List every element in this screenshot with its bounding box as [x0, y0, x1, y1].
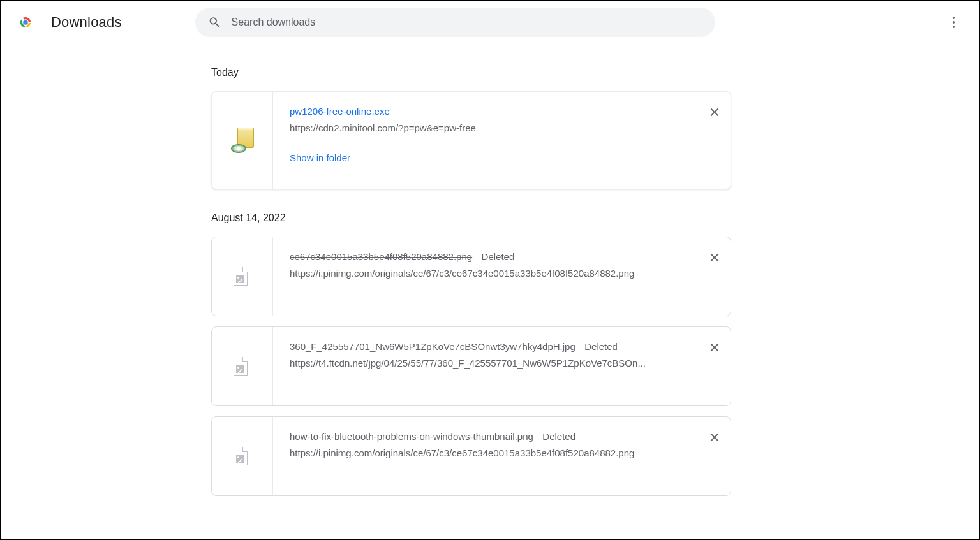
file-icon-cell [212, 237, 273, 316]
file-url: https://i.pinimg.com/originals/ce/67/c3/… [290, 448, 666, 458]
file-icon-cell [212, 92, 273, 189]
file-url: https://cdn2.minitool.com/?p=pw&e=pw-fre… [290, 122, 666, 133]
search-input[interactable] [232, 17, 702, 28]
remove-download-button[interactable] [706, 103, 724, 121]
remove-download-button[interactable] [706, 339, 724, 356]
more-menu-button[interactable] [941, 10, 967, 35]
header: Downloads [1, 1, 979, 44]
deleted-badge: Deleted [542, 431, 575, 442]
close-icon [710, 253, 719, 262]
deleted-badge: Deleted [482, 251, 515, 262]
search-icon [208, 15, 221, 29]
remove-download-button[interactable] [706, 428, 724, 446]
file-url: https://t4.ftcdn.net/jpg/04/25/55/77/360… [290, 358, 666, 369]
deleted-badge: Deleted [584, 341, 618, 352]
close-icon [710, 343, 719, 352]
download-card: 360_F_425557701_Nw6W5P1ZpKoVe7cBSOnwt3yw… [211, 326, 731, 406]
search-bar[interactable] [195, 8, 715, 37]
svg-point-1 [24, 20, 28, 25]
installer-exe-icon [231, 128, 254, 153]
section-header: August 14, 2022 [211, 212, 731, 224]
file-icon-cell [212, 417, 273, 495]
section-header: Today [211, 67, 731, 78]
image-file-icon [234, 358, 251, 376]
file-name-deleted: ce67c34e0015a33b5e4f08f520a84882.png [290, 251, 472, 262]
file-name-deleted: 360_F_425557701_Nw6W5P1ZpKoVe7cBSOnwt3yw… [290, 341, 575, 352]
file-name-deleted: how-to-fix-bluetooth-problems-on-windows… [290, 431, 533, 442]
file-url: https://i.pinimg.com/originals/ce/67/c3/… [290, 268, 666, 279]
file-icon-cell [212, 327, 273, 405]
show-in-folder-link[interactable]: Show in folder [290, 152, 350, 163]
close-icon [710, 433, 719, 442]
download-card: pw1206-free-online.exe https://cdn2.mini… [211, 91, 731, 189]
file-name-link[interactable]: pw1206-free-online.exe [290, 106, 390, 117]
more-vert-icon [953, 21, 955, 24]
close-icon [710, 108, 719, 117]
page-title: Downloads [51, 14, 122, 31]
chrome-logo-icon [17, 14, 34, 31]
image-file-icon [234, 268, 251, 286]
download-card: ce67c34e0015a33b5e4f08f520a84882.png Del… [211, 237, 731, 316]
download-card: how-to-fix-bluetooth-problems-on-windows… [211, 416, 731, 496]
content-scroll[interactable]: Today pw1206-free-online.exe https://cdn… [1, 44, 979, 539]
image-file-icon [234, 448, 251, 465]
remove-download-button[interactable] [706, 249, 724, 266]
